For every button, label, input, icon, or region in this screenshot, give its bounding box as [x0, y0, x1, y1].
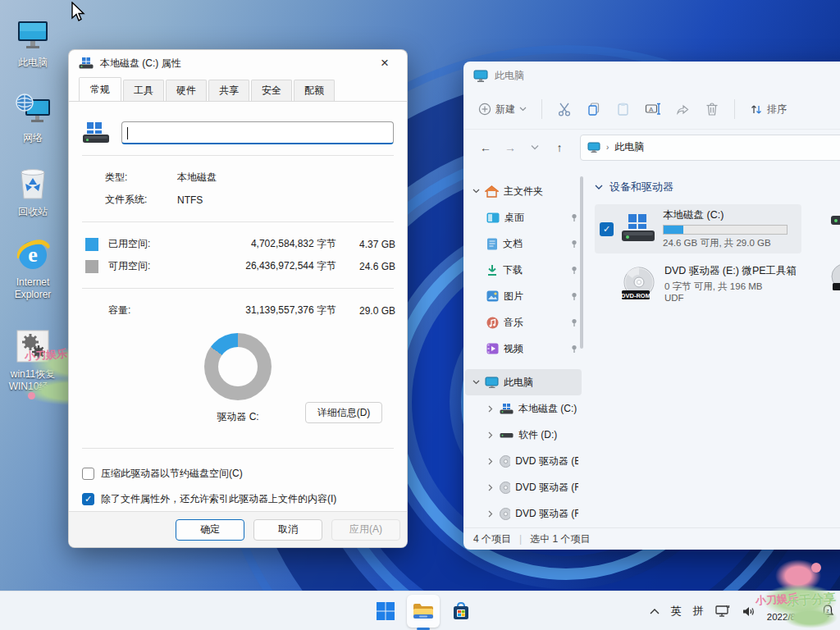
- taskbar-file-explorer[interactable]: [407, 595, 440, 628]
- capacity-donut: [204, 333, 272, 400]
- sidebar-item-label: 桌面: [504, 211, 524, 225]
- apply-button[interactable]: 应用(A): [331, 519, 400, 541]
- start-button[interactable]: [369, 595, 402, 628]
- chevron-down-icon: [531, 144, 539, 150]
- taskbar: 英 拼 14:55 2022/8/12 z: [0, 591, 840, 630]
- sidebar-item-label: DVD 驱动器 (E:): [515, 454, 578, 468]
- explorer-statusbar: 4 个项目 | 选中 1 个项目: [463, 527, 840, 550]
- chevron-down-icon[interactable]: [472, 380, 480, 385]
- used-space-gb: 4.37 GB: [336, 239, 395, 250]
- dialog-titlebar[interactable]: 本地磁盘 (C:) 属性 ×: [69, 50, 407, 76]
- tab-security[interactable]: 安全: [251, 80, 292, 101]
- desktop-icon-internet-explorer[interactable]: e Internet Explorer: [2, 235, 64, 301]
- item-checkbox[interactable]: ✓: [600, 222, 614, 236]
- breadcrumb-separator: ›: [606, 143, 609, 152]
- sidebar-item-dvd-f[interactable]: DVD 驱动器 (F:): [465, 474, 582, 500]
- chevron-right-icon[interactable]: [486, 405, 495, 413]
- svg-text:e: e: [28, 243, 38, 267]
- index-checkbox[interactable]: ✓: [82, 493, 94, 505]
- tab-sharing[interactable]: 共享: [208, 80, 249, 101]
- share-button[interactable]: [669, 95, 696, 123]
- chevron-right-icon[interactable]: [486, 458, 495, 465]
- desktop-icon-win11-restore[interactable]: win11恢复 WIN10经...: [2, 326, 64, 393]
- ime-pinyin-indicator[interactable]: 拼: [693, 604, 704, 619]
- address-bar[interactable]: › 此电脑: [580, 135, 840, 161]
- sidebar-item-desktop[interactable]: 桌面: [465, 204, 582, 231]
- sidebar-item-videos[interactable]: 视频: [465, 336, 582, 362]
- forward-button[interactable]: →: [500, 137, 521, 158]
- explorer-titlebar[interactable]: 此电脑: [463, 62, 840, 89]
- dvd-icon: [500, 455, 510, 468]
- sidebar-item-dvd-e[interactable]: DVD 驱动器 (E:): [465, 448, 582, 474]
- divider: [82, 448, 394, 449]
- up-button[interactable]: ↑: [549, 137, 570, 158]
- drive-item-dvd-e[interactable]: DVD-ROM DVD 驱动器 (E:) 微PE工具箱 0 字节 可用, 共 1…: [595, 260, 801, 307]
- ime-language-indicator[interactable]: 英: [671, 604, 682, 619]
- paste-button[interactable]: [609, 95, 637, 123]
- hidden-icons-chevron-icon[interactable]: [650, 608, 660, 614]
- drive-item-c[interactable]: ✓ 本地磁盘 (C:) 24.6 GB 可用, 共 29.0 GB: [595, 204, 801, 253]
- desktop-icon-network[interactable]: 网络: [2, 90, 64, 144]
- divider: [82, 221, 394, 222]
- drive-name: DVD 驱动器 (E:) 微PE工具箱: [664, 264, 797, 278]
- pin-icon: [570, 345, 578, 353]
- tab-tools[interactable]: 工具: [123, 80, 164, 101]
- close-icon[interactable]: ×: [372, 52, 397, 74]
- history-chevron-button[interactable]: [524, 137, 546, 158]
- network-icon[interactable]: [715, 605, 730, 618]
- sidebar-item-music[interactable]: 音乐: [465, 309, 582, 336]
- sidebar-item-label: 文档: [503, 237, 523, 251]
- this-pc-icon: [15, 18, 51, 51]
- type-value: 本地磁盘: [177, 171, 217, 185]
- desktop: 此电脑 网络 回收站 e Internet Explorer win11恢复 W…: [0, 0, 840, 630]
- chevron-right-icon[interactable]: [486, 484, 495, 491]
- chevron-right-icon[interactable]: [486, 510, 495, 518]
- sidebar-item-this-pc[interactable]: 此电脑: [465, 369, 582, 395]
- section-devices-and-drives[interactable]: 设备和驱动器: [595, 176, 840, 198]
- tab-hardware[interactable]: 硬件: [166, 80, 207, 101]
- taskbar-microsoft-store[interactable]: [445, 595, 477, 628]
- desktop-icon-this-pc[interactable]: 此电脑: [2, 15, 64, 69]
- tab-quota[interactable]: 配额: [294, 80, 335, 101]
- details-button[interactable]: 详细信息(D): [305, 402, 382, 423]
- chevron-right-icon[interactable]: [486, 431, 495, 439]
- rename-button[interactable]: A: [639, 95, 667, 123]
- delete-button[interactable]: [698, 95, 726, 123]
- sidebar-item-downloads[interactable]: 下载: [465, 257, 582, 283]
- rename-icon: A: [645, 102, 661, 116]
- volume-label-input[interactable]: [121, 121, 394, 144]
- chevron-down-icon[interactable]: [472, 189, 480, 194]
- compress-checkbox-label: 压缩此驱动器以节约磁盘空间(C): [101, 467, 243, 481]
- windows-drive-icon: [82, 121, 110, 144]
- sidebar-item-documents[interactable]: 文档: [465, 231, 582, 257]
- tab-general[interactable]: 常规: [79, 77, 121, 102]
- clock[interactable]: 14:55 2022/8/12: [767, 599, 809, 623]
- sidebar-item-local-disk-c[interactable]: 本地磁盘 (C:): [465, 395, 582, 422]
- capacity-bar: [663, 225, 788, 235]
- drive-icon-partial: [819, 208, 840, 229]
- drive-caption: 24.6 GB 可用, 共 29.0 GB: [663, 237, 797, 249]
- filesystem-value: NTFS: [177, 194, 203, 206]
- mouse-cursor: [71, 2, 85, 23]
- desktop-icon-recycle-bin[interactable]: 回收站: [2, 164, 64, 218]
- ok-button[interactable]: 确定: [176, 519, 244, 541]
- new-button[interactable]: 新建: [472, 98, 533, 121]
- dvd-icon: [500, 482, 510, 494]
- back-button[interactable]: ←: [475, 137, 496, 158]
- clock-time: 14:55: [767, 599, 809, 611]
- cut-button[interactable]: [550, 95, 578, 123]
- sidebar-item-home[interactable]: 主文件夹: [465, 178, 582, 204]
- sidebar-item-drive-d[interactable]: 软件 (D:): [465, 422, 582, 448]
- breadcrumb-root[interactable]: 此电脑: [614, 140, 644, 154]
- sidebar-item-pictures[interactable]: 图片: [465, 283, 582, 309]
- copy-button[interactable]: [580, 95, 608, 123]
- volume-icon[interactable]: [742, 605, 756, 618]
- music-icon: [486, 317, 499, 329]
- this-pc-icon: [485, 377, 499, 388]
- sidebar-item-dvd-f2[interactable]: DVD 驱动器 (F:): [465, 500, 582, 527]
- cancel-button[interactable]: 取消: [253, 519, 322, 541]
- sort-button[interactable]: 排序: [743, 98, 793, 121]
- notification-bell-icon[interactable]: z: [820, 604, 835, 619]
- free-space-bytes: 26,436,972,544 字节: [179, 259, 336, 273]
- compress-checkbox[interactable]: [82, 468, 94, 480]
